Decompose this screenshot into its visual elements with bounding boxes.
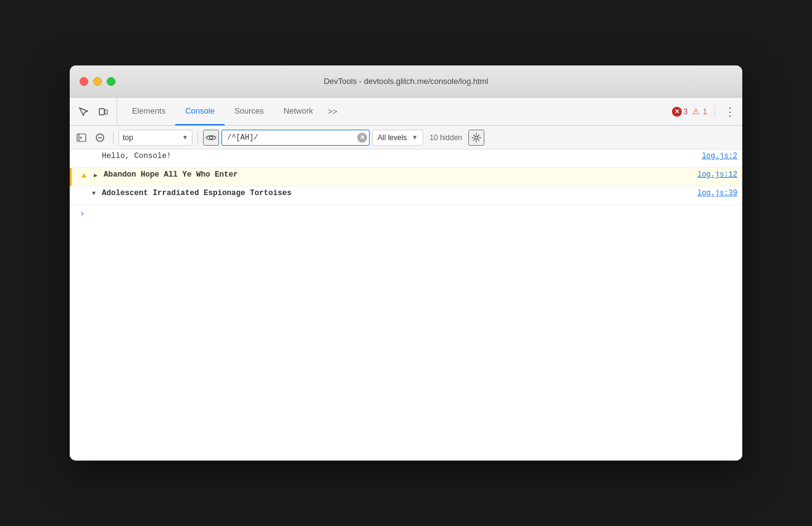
svg-point-8 bbox=[474, 136, 478, 139]
console-row-2: ▲ ▶ Abandon Hope All Ye Who Enter log.js… bbox=[70, 168, 742, 186]
toolbar-divider-1 bbox=[113, 132, 114, 144]
tab-divider bbox=[715, 106, 715, 118]
filter-input-wrapper: ✕ bbox=[222, 130, 370, 146]
levels-dropdown-arrow: ▼ bbox=[412, 134, 418, 141]
warn-count-badge: ⚠ 1 bbox=[691, 107, 707, 117]
close-button[interactable] bbox=[80, 77, 88, 86]
console-prompt: › bbox=[70, 205, 742, 222]
svg-rect-0 bbox=[99, 109, 104, 115]
console-row-3: ▼ Adolescent Irradiated Espionage Tortoi… bbox=[70, 186, 742, 205]
clear-console-button[interactable] bbox=[92, 130, 108, 146]
row1-link[interactable]: log.js:2 bbox=[702, 152, 737, 161]
sidebar-toggle-button[interactable] bbox=[73, 130, 89, 146]
row3-link[interactable]: log.js:39 bbox=[697, 189, 737, 198]
prompt-arrow: › bbox=[80, 209, 85, 219]
row2-text: Abandon Hope All Ye Who Enter bbox=[104, 170, 692, 179]
tabbar: Elements Console Sources Network >> ✕ 3 … bbox=[70, 98, 742, 126]
svg-point-7 bbox=[210, 136, 213, 139]
tab-console[interactable]: Console bbox=[175, 98, 225, 125]
row3-text: Adolescent Irradiated Espionage Tortoise… bbox=[102, 189, 692, 198]
window-title: DevTools - devtools.glitch.me/console/lo… bbox=[324, 77, 489, 86]
tab-network[interactable]: Network bbox=[274, 98, 323, 125]
hidden-count-label: 10 hidden bbox=[429, 133, 462, 142]
tab-sources[interactable]: Sources bbox=[225, 98, 274, 125]
console-row-1: Hello, Console! log.js:2 bbox=[70, 149, 742, 168]
devtools-window: DevTools - devtools.glitch.me/console/lo… bbox=[70, 65, 742, 461]
row2-link[interactable]: log.js:12 bbox=[697, 170, 737, 179]
context-dropdown-arrow: ▼ bbox=[182, 134, 188, 141]
error-count-badge: ✕ 3 bbox=[672, 107, 688, 117]
error-icon: ✕ bbox=[672, 107, 682, 117]
more-options-button[interactable]: ⋮ bbox=[723, 104, 737, 119]
row1-text: Hello, Console! bbox=[102, 152, 697, 161]
more-tabs-button[interactable]: >> bbox=[323, 98, 342, 125]
titlebar: DevTools - devtools.glitch.me/console/lo… bbox=[70, 65, 742, 98]
row3-expand[interactable]: ▼ bbox=[92, 190, 101, 197]
tab-elements[interactable]: Elements bbox=[122, 98, 175, 125]
svg-rect-1 bbox=[105, 110, 107, 114]
svg-marker-4 bbox=[80, 136, 82, 139]
traffic-lights bbox=[80, 77, 115, 86]
console-content: Hello, Console! log.js:2 ▲ ▶ Abandon Hop… bbox=[70, 149, 742, 461]
tab-right-controls: ✕ 3 ⚠ 1 ⋮ bbox=[672, 98, 737, 125]
filter-input[interactable] bbox=[222, 130, 370, 146]
row2-warn-icon: ▲ bbox=[81, 171, 91, 180]
console-toolbar: top ▼ ✕ All levels ▼ 10 hidden bbox=[70, 126, 742, 149]
filter-clear-button[interactable]: ✕ bbox=[357, 133, 367, 143]
inspect-icon-button[interactable] bbox=[75, 103, 92, 120]
toolbar-divider-2 bbox=[197, 132, 198, 144]
tab-icons bbox=[75, 98, 117, 125]
minimize-button[interactable] bbox=[93, 77, 102, 86]
context-selector[interactable]: top ▼ bbox=[118, 130, 193, 146]
log-levels-button[interactable]: All levels ▼ bbox=[372, 130, 423, 146]
console-settings-button[interactable] bbox=[468, 130, 484, 146]
device-toggle-button[interactable] bbox=[94, 103, 112, 120]
warn-icon: ⚠ bbox=[691, 107, 701, 117]
maximize-button[interactable] bbox=[107, 77, 115, 86]
row2-expand[interactable]: ▶ bbox=[94, 172, 102, 179]
eye-button[interactable] bbox=[203, 130, 219, 146]
